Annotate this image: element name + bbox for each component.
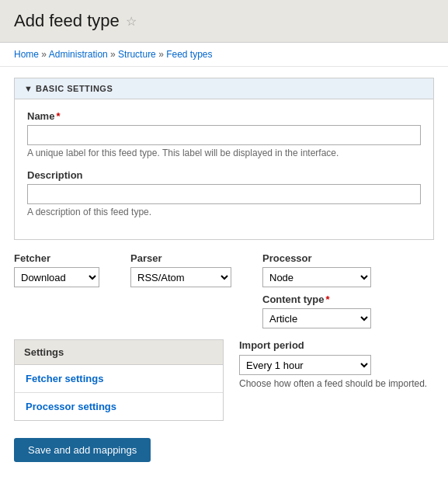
settings-panel: Settings Fetcher settings Processor sett…	[14, 339, 224, 421]
description-label: Description	[27, 169, 421, 181]
breadcrumb-feed-types[interactable]: Feed types	[166, 49, 212, 60]
processor-group: Processor Node User Term Content type* A…	[262, 252, 418, 328]
description-field-group: Description A description of this feed t…	[27, 169, 421, 217]
fetcher-select[interactable]: Download Upload	[14, 267, 99, 287]
name-help-text: A unique label for this feed type. This …	[27, 148, 421, 158]
content-type-select[interactable]: Article Basic page	[262, 308, 371, 328]
name-label: Name*	[27, 110, 421, 122]
breadcrumb-home[interactable]: Home	[14, 49, 39, 60]
content-type-group: Content type* Article Basic page	[262, 294, 418, 328]
star-icon[interactable]: ☆	[126, 14, 137, 29]
parser-group: Parser RSS/Atom CSV OPML XML	[130, 252, 231, 287]
name-input[interactable]	[27, 125, 421, 145]
fetcher-parser-row: Fetcher Download Upload Parser RSS/Atom …	[14, 252, 434, 328]
breadcrumb: Home » Administration » Structure » Feed…	[0, 43, 448, 67]
settings-import-row: Settings Fetcher settings Processor sett…	[14, 339, 434, 421]
fetcher-label: Fetcher	[14, 252, 99, 264]
section-body-basic: Name* A unique label for this feed type.…	[15, 99, 433, 239]
parser-label: Parser	[130, 252, 231, 264]
basic-settings-section: ▼ BASIC SETTINGS Name* A unique label fo…	[14, 78, 434, 240]
processor-settings-item[interactable]: Processor settings	[15, 393, 223, 420]
fetcher-settings-item[interactable]: Fetcher settings	[15, 365, 223, 393]
page-header: Add feed type ☆ Home » Administration » …	[0, 0, 448, 67]
content-type-required-star: *	[325, 294, 329, 305]
name-required-star: *	[56, 110, 60, 122]
section-label: ▼ BASIC SETTINGS	[24, 84, 113, 93]
page-title: Add feed type ☆	[14, 11, 434, 31]
parser-select[interactable]: RSS/Atom CSV OPML XML	[130, 267, 231, 287]
description-help-text: A description of this feed type.	[27, 207, 421, 217]
section-header-basic: ▼ BASIC SETTINGS	[15, 78, 433, 99]
content-type-label: Content type*	[262, 294, 330, 305]
settings-panel-header: Settings	[15, 340, 223, 365]
processor-label: Processor	[262, 252, 418, 264]
import-period-label: Import period	[239, 339, 427, 351]
fetcher-group: Fetcher Download Upload	[14, 252, 99, 287]
import-period-select[interactable]: Every 1 hour Every 15 minutes Every 30 m…	[239, 355, 371, 375]
page-title-text: Add feed type	[14, 11, 120, 31]
save-add-mappings-button[interactable]: Save and add mappings	[14, 438, 151, 462]
main-content: ▼ BASIC SETTINGS Name* A unique label fo…	[0, 67, 448, 473]
breadcrumb-administration[interactable]: Administration	[49, 49, 108, 60]
description-input[interactable]	[27, 184, 421, 204]
breadcrumb-structure[interactable]: Structure	[118, 49, 156, 60]
import-period-help: Choose how often a feed should be import…	[239, 378, 427, 389]
name-field-group: Name* A unique label for this feed type.…	[27, 110, 421, 158]
import-period-section: Import period Every 1 hour Every 15 minu…	[239, 339, 427, 421]
processor-select[interactable]: Node User Term	[262, 267, 371, 287]
